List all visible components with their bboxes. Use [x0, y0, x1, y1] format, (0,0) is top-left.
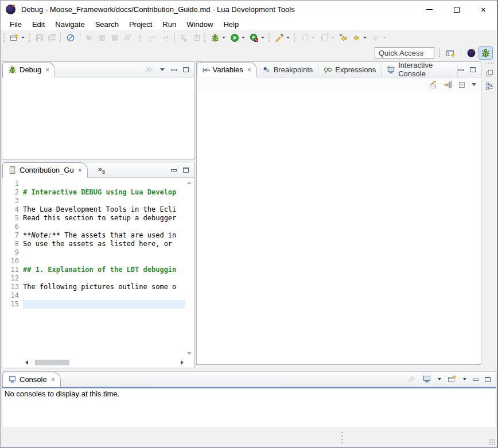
hidden-editors-chevron[interactable]: »5 [98, 165, 105, 175]
minimize-view-icon[interactable] [171, 169, 177, 172]
show-type-names-icon[interactable] [429, 80, 438, 89]
minimize-view-icon[interactable] [458, 69, 464, 71]
open-console-icon[interactable] [448, 375, 457, 384]
editor-line[interactable]: 15 [2, 300, 185, 309]
scroll-left-icon[interactable] [25, 360, 28, 365]
open-perspective-button[interactable] [443, 46, 458, 60]
display-console-dropdown[interactable] [438, 378, 441, 380]
suspend-button[interactable] [96, 32, 108, 44]
maximize-view-icon[interactable] [183, 67, 189, 72]
editor-line-text[interactable]: So use the assets as listed here, or [23, 240, 185, 248]
use-step-filters-button[interactable] [178, 32, 190, 44]
open-console-dropdown[interactable] [463, 378, 466, 380]
editor-line-text[interactable] [23, 223, 185, 231]
new-wizard-button[interactable] [8, 32, 21, 44]
show-logical-structures-icon[interactable] [443, 80, 452, 89]
editor-line[interactable]: 12 [2, 274, 185, 283]
scrollbar-thumb[interactable] [35, 360, 69, 365]
editor-line[interactable]: 10 [2, 257, 185, 266]
scrollbar-track[interactable] [30, 360, 178, 365]
line-number[interactable]: 13 [2, 283, 23, 291]
menu-navigate[interactable]: Navigate [50, 20, 90, 29]
minimize-view-icon[interactable] [473, 379, 478, 381]
menu-project[interactable]: Project [124, 20, 157, 29]
next-annotation-dropdown[interactable] [312, 37, 315, 38]
coverage-button[interactable] [248, 32, 260, 44]
step-return-button[interactable] [159, 32, 172, 44]
scroll-down-icon[interactable] [187, 352, 192, 355]
line-number[interactable]: 2 [2, 188, 23, 197]
editor-tab-contribution-guide[interactable]: Contribution_Gu × [2, 162, 88, 178]
editor-line-text[interactable] [23, 300, 185, 309]
outline-view-button[interactable] [484, 80, 496, 91]
editor-line[interactable]: 11## 1. Explanation of the LDT debuggin [2, 266, 185, 274]
terminate-button[interactable] [108, 32, 121, 44]
previous-annotation-button[interactable] [318, 32, 330, 44]
editor-vertical-scrollbar[interactable] [186, 180, 193, 356]
line-number[interactable]: 4 [2, 205, 23, 214]
toolbar-drag-handle[interactable] [29, 33, 31, 42]
run-button[interactable] [228, 32, 241, 44]
editor-line-text[interactable] [23, 197, 185, 205]
menu-search[interactable]: Search [90, 20, 124, 29]
editor-line[interactable]: 13The following pictures outline some o [2, 283, 185, 291]
editor-horizontal-scrollbar[interactable] [25, 359, 184, 366]
editor-line[interactable]: 6 [2, 223, 185, 231]
save-all-button[interactable] [46, 32, 59, 44]
coverage-dropdown[interactable] [261, 37, 264, 38]
collapse-all-icon[interactable] [457, 80, 466, 89]
save-button[interactable] [33, 32, 46, 44]
line-number[interactable]: 12 [2, 274, 23, 283]
run-dropdown[interactable] [242, 37, 245, 38]
line-number[interactable]: 1 [2, 180, 23, 188]
close-icon[interactable]: × [51, 376, 55, 384]
menu-window[interactable]: Window [181, 20, 218, 29]
line-number[interactable]: 11 [2, 266, 23, 274]
editor-line[interactable]: 8So use the assets as listed here, or [2, 240, 185, 248]
last-edit-location-button[interactable]: ✳ [337, 32, 350, 44]
next-annotation-button[interactable] [298, 32, 311, 44]
resume-button[interactable] [83, 32, 96, 44]
external-tools-dropdown[interactable] [286, 37, 290, 38]
editor-line-text[interactable]: Read this section to setup a debugger [23, 214, 185, 223]
line-number[interactable]: 10 [2, 257, 23, 266]
tab-console[interactable]: Console × [2, 372, 61, 387]
close-icon[interactable]: × [45, 66, 49, 74]
line-number[interactable]: 15 [2, 300, 23, 309]
back-button[interactable] [350, 32, 363, 44]
previous-annotation-dropdown[interactable] [331, 37, 334, 38]
menu-file[interactable]: File [5, 20, 27, 29]
line-number[interactable]: 9 [2, 248, 23, 257]
step-into-button[interactable] [134, 32, 146, 44]
minimize-view-icon[interactable] [171, 69, 177, 71]
window-minimize-button[interactable] [416, 1, 443, 18]
variables-view-content[interactable] [197, 92, 481, 364]
editor-line-text[interactable]: ## 1. Explanation of the LDT debuggin [23, 266, 185, 274]
tab-breakpoints[interactable]: Breakpoints [257, 62, 319, 77]
maximize-view-icon[interactable] [470, 67, 476, 72]
remove-all-terminated-icon[interactable] [145, 65, 154, 74]
close-icon[interactable]: × [247, 66, 251, 74]
disconnect-button[interactable] [121, 32, 134, 44]
line-number[interactable]: 8 [2, 240, 23, 248]
editor-line[interactable]: 3 [2, 197, 185, 205]
editor-body[interactable]: 12# Interactive DEBUG using Lua Develop3… [2, 178, 194, 368]
forward-dropdown[interactable] [383, 37, 386, 38]
tab-debug[interactable]: Debug × [2, 62, 55, 77]
line-number[interactable]: 14 [2, 291, 23, 300]
toolbar-drag-handle[interactable] [3, 33, 6, 42]
maximize-view-icon[interactable] [183, 167, 189, 173]
editor-line-text[interactable]: The following pictures outline some o [23, 283, 185, 291]
line-number[interactable]: 6 [2, 223, 23, 231]
display-selected-console-icon[interactable] [422, 375, 431, 384]
window-maximize-button[interactable] [443, 1, 470, 18]
editor-line[interactable]: 5Read this section to setup a debugger [2, 214, 185, 223]
back-dropdown[interactable] [363, 37, 367, 38]
tab-expressions[interactable]: x Expressions [318, 62, 382, 77]
tab-variables[interactable]: (x)= Variables × [197, 62, 257, 77]
maximize-view-icon[interactable] [485, 377, 491, 382]
toolbar-drag-handle[interactable] [204, 33, 207, 42]
line-number[interactable]: 7 [2, 231, 23, 240]
editor-line-text[interactable] [23, 257, 185, 266]
window-close-button[interactable]: × [470, 1, 497, 18]
